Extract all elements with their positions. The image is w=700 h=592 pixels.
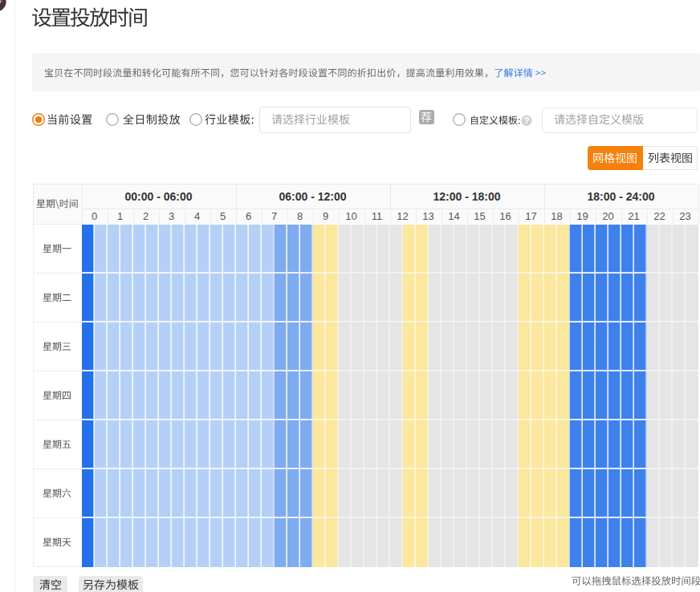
svg-text:?: ? [524,116,530,125]
